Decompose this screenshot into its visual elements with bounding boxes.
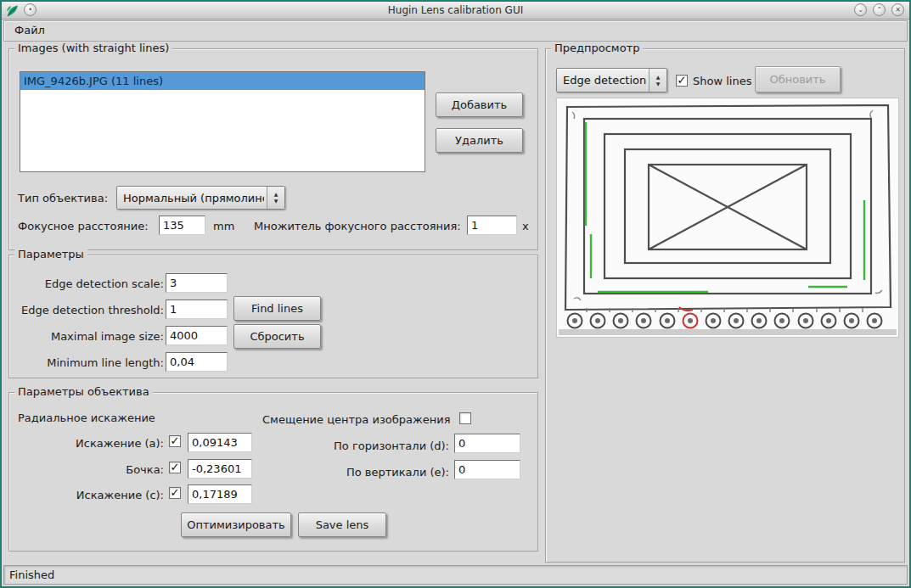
reset-button[interactable]: Сбросить: [233, 324, 321, 349]
parameters-group-title: Параметры: [14, 248, 87, 260]
images-group: Images (with straight lines) IMG_9426b.J…: [8, 48, 538, 250]
spinner-up-icon: ▲: [656, 75, 661, 80]
app-window: • Hugin Lens calibration GUI ⌄ ⌃ ✕ Файл …: [0, 0, 911, 588]
minimize-button[interactable]: ⌄: [854, 3, 867, 16]
menubar: Файл: [3, 20, 908, 42]
distortion-a-input[interactable]: [188, 433, 252, 452]
lens-group: Параметры объектива Радиальное искажение…: [8, 392, 538, 552]
close-icon: ✕: [895, 4, 901, 15]
barrel-b-checkbox[interactable]: ✓: [169, 462, 181, 473]
find-lines-button[interactable]: Find lines: [233, 296, 321, 321]
remove-image-button[interactable]: Удалить: [436, 128, 523, 153]
crop-factor-unit: x: [522, 219, 529, 233]
min-line-length-input[interactable]: [166, 352, 228, 372]
edge-scale-label: Edge detection scale:: [16, 277, 164, 291]
vertical-e-label: По вертикали (e):: [306, 465, 449, 479]
distortion-c-input[interactable]: [188, 484, 252, 504]
distortion-a-checkbox[interactable]: ✓: [169, 435, 181, 447]
distortion-c-checkbox[interactable]: ✓: [169, 487, 181, 499]
maximize-button[interactable]: ⌃: [873, 3, 886, 16]
preview-group-title: Предпросмотр: [551, 42, 643, 54]
menu-file[interactable]: Файл: [4, 21, 55, 39]
save-lens-button[interactable]: Save lens: [298, 512, 386, 537]
list-item[interactable]: IMG_9426b.JPG (11 lines): [20, 72, 425, 90]
distortion-c-label: Искажение (c):: [16, 488, 164, 502]
radial-distortion-heading: Радиальное искажение: [18, 411, 155, 425]
center-shift-checkbox[interactable]: [459, 412, 471, 424]
maximize-icon: ⌃: [876, 4, 882, 15]
minimize-icon: ⌄: [858, 4, 863, 15]
center-shift-heading: Смещение центра изображения: [262, 412, 451, 427]
add-image-button[interactable]: Добавить: [436, 92, 523, 117]
barrel-b-input[interactable]: [188, 459, 252, 479]
spinner-icon[interactable]: ▲ ▼: [267, 187, 284, 209]
crop-factor-label: Множитель фокусного расстояния:: [254, 219, 461, 233]
preview-image: [556, 98, 899, 338]
min-line-length-label: Minimum line length:: [16, 356, 164, 370]
status-text: Finished: [9, 568, 54, 581]
window-menu-button[interactable]: •: [24, 3, 37, 16]
lens-type-value: Нормальный (прямолине: [123, 192, 264, 204]
check-icon: ✓: [678, 74, 687, 87]
close-button[interactable]: ✕: [891, 3, 904, 16]
focal-length-input[interactable]: [159, 216, 205, 235]
crop-factor-input[interactable]: [467, 216, 517, 235]
spinner-icon[interactable]: ▲ ▼: [649, 69, 666, 92]
horizontal-d-label: По горизонтали (d):: [306, 439, 449, 453]
spinner-down-icon: ▼: [274, 199, 278, 204]
edge-detection-render: [557, 98, 898, 337]
app-icon: [5, 3, 20, 18]
check-icon: ✓: [171, 434, 180, 447]
vertical-e-input[interactable]: [454, 460, 520, 479]
show-lines-checkbox[interactable]: ✓: [676, 75, 688, 87]
focal-length-label: Фокусное расстояние:: [18, 219, 149, 233]
max-image-size-label: Maximal image size:: [16, 329, 164, 344]
show-lines-label: Show lines: [693, 74, 751, 88]
check-icon: ✓: [171, 486, 180, 499]
max-image-size-input[interactable]: [166, 326, 228, 345]
lens-group-title: Параметры объектива: [14, 385, 153, 398]
barrel-b-label: Бочка:: [16, 462, 164, 477]
edge-scale-input[interactable]: [166, 273, 228, 293]
lens-type-combo[interactable]: Нормальный (прямолине ▲ ▼: [116, 186, 285, 210]
focal-length-unit: mm: [213, 219, 234, 233]
window-controls: ⌄ ⌃ ✕: [854, 3, 904, 16]
distortion-a-label: Искажение (a):: [16, 436, 164, 451]
statusbar: Finished: [3, 565, 908, 585]
optimize-button[interactable]: Оптимизировать: [181, 512, 291, 537]
images-list: IMG_9426b.JPG (11 lines): [20, 71, 425, 172]
horizontal-d-input[interactable]: [454, 434, 520, 453]
edge-threshold-label: Edge detection threshold:: [16, 303, 164, 317]
lens-type-label: Тип объектива:: [18, 191, 108, 205]
window-menu-icon: •: [28, 4, 32, 15]
preview-mode-value: Edge detection: [563, 74, 646, 87]
spinner-up-icon: ▲: [274, 192, 278, 197]
preview-mode-combo[interactable]: Edge detection ▲ ▼: [556, 68, 667, 92]
edge-threshold-input[interactable]: [166, 300, 228, 319]
refresh-button[interactable]: Обновить: [755, 66, 841, 92]
spinner-down-icon: ▼: [656, 81, 661, 87]
images-group-title: Images (with straight lines): [14, 42, 172, 54]
check-icon: ✓: [171, 461, 180, 473]
window-title: Hugin Lens calibration GUI: [2, 4, 909, 16]
preview-group: Предпросмотр Edge detection ▲ ▼ ✓ Show l…: [545, 48, 905, 563]
parameters-group: Параметры Edge detection scale: Edge det…: [8, 255, 538, 378]
titlebar: • Hugin Lens calibration GUI ⌄ ⌃ ✕: [2, 2, 909, 20]
